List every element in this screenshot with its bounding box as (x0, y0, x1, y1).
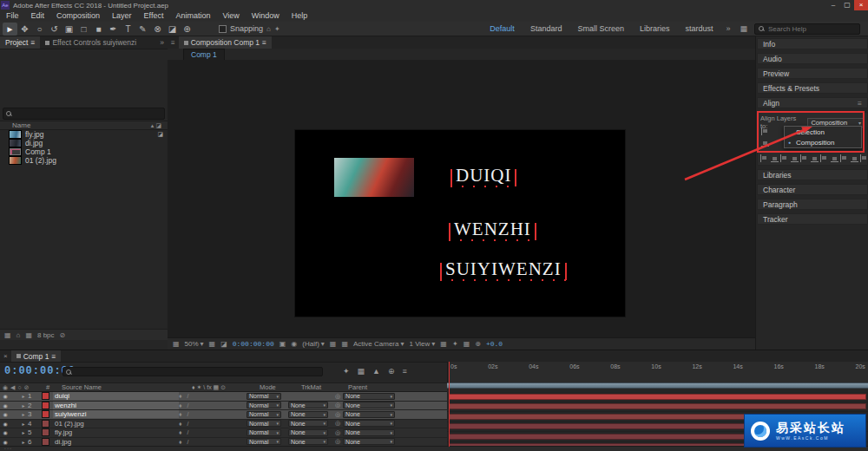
fast-previews-icon[interactable]: ✦ (452, 340, 458, 348)
new-folder-icon[interactable]: ⌂ (16, 331, 21, 339)
tab-project[interactable]: Project ≡ (0, 36, 40, 49)
pen-tool-icon[interactable]: ✒ (106, 23, 121, 36)
distribute-icon[interactable] (760, 154, 768, 162)
panel-header-audio[interactable]: Audio (757, 53, 868, 64)
magnification-select[interactable]: 50%▾ (185, 340, 204, 348)
text-layer-suiyiwenzi[interactable]: SUIYIWENZI (440, 260, 567, 281)
parent-select[interactable]: None▾ (343, 420, 395, 427)
expand-arrow-icon[interactable]: ▸ (19, 411, 28, 417)
resolution-select[interactable]: (Half)▾ (302, 340, 325, 348)
menu-window[interactable]: Window (246, 10, 286, 22)
timeline-search-input[interactable] (74, 367, 319, 376)
motion-blur-icon[interactable]: ⊕ (388, 367, 395, 376)
dropdown-option-composition[interactable]: Composition (785, 137, 861, 147)
timeline-tab-comp1[interactable]: Comp 1 ≡ (11, 350, 62, 362)
comp-mini-tab[interactable]: Comp 1 (183, 49, 225, 60)
layer-row-wenzhi[interactable]: ◉ ▸ 2 wenzhi ♦ / Normal▾ None▾ ◎None▾ (0, 402, 447, 411)
mode-select[interactable]: Normal▾ (247, 411, 281, 418)
menu-file[interactable]: File (0, 10, 25, 22)
panel-header-paragraph[interactable]: Paragraph (757, 199, 868, 210)
project-search-input[interactable] (14, 109, 161, 119)
switches-column-icons[interactable]: ♦ ✶ \ fx ▦ ⊙ (192, 384, 260, 391)
timeline-search-box[interactable] (62, 367, 323, 376)
selection-tool-icon[interactable]: ► (3, 23, 17, 36)
source-name-column[interactable]: Source Name (62, 383, 192, 391)
camera-tool-icon[interactable]: ▣ (62, 23, 76, 36)
layer-switches[interactable]: ♦ / (179, 393, 247, 399)
help-search-input[interactable] (766, 24, 856, 34)
layer-switches[interactable]: ♦ / (179, 402, 247, 409)
layer-bar-wenzhi[interactable] (449, 403, 866, 409)
menu-effect[interactable]: Effect (138, 10, 170, 22)
minimize-button[interactable]: – (826, 0, 840, 10)
snapshot-icon[interactable]: ▣ (279, 340, 286, 348)
track-row[interactable] (447, 402, 868, 413)
panel-header-info[interactable]: Info (757, 38, 868, 49)
pickwhip-icon[interactable]: ◎ (335, 420, 340, 427)
distribute-icon[interactable] (820, 154, 828, 162)
eye-icon[interactable]: ◉ (0, 402, 10, 409)
label-color-chip[interactable] (42, 392, 49, 400)
trkmat-select[interactable]: None▾ (288, 402, 328, 409)
eye-icon[interactable]: ◉ (0, 429, 10, 435)
camera-select[interactable]: Active Camera▾ (353, 340, 404, 348)
viewer-options-icon[interactable]: ▦ (173, 340, 180, 348)
label-color-chip[interactable] (42, 438, 49, 446)
graph-editor-icon[interactable]: ≡ (403, 367, 407, 376)
mode-select[interactable]: Normal▾ (247, 402, 281, 409)
panel-header-effects-presets[interactable]: Effects & Presets (757, 82, 868, 94)
tab-menu-icon[interactable]: ≡ (262, 38, 266, 47)
rotation-tool-icon[interactable]: ↺ (47, 23, 62, 36)
transparency-grid-icon[interactable]: ▦ (341, 340, 348, 348)
pan-behind-tool-icon[interactable]: □ (76, 23, 91, 36)
tab-composition[interactable]: Composition Comp 1 ≡ (179, 36, 272, 49)
text-layer-wenzhi[interactable]: WENZHI (449, 220, 536, 241)
distribute-icon[interactable] (840, 154, 848, 162)
viewer-area[interactable]: DUIQI WENZHI SUIYIWENZI (168, 60, 755, 337)
pixel-aspect-icon[interactable]: ▦ (440, 340, 447, 348)
timeline-footer-bar[interactable]: ◦ ◦ ◦ (0, 446, 868, 451)
composition-mini-flowchart-icon[interactable]: ✦ (343, 367, 350, 376)
pickwhip-icon[interactable]: ◎ (335, 411, 340, 418)
expand-arrow-icon[interactable]: ▸ (19, 421, 28, 427)
distribute-icon[interactable] (780, 154, 788, 162)
track-row[interactable] (447, 392, 868, 402)
workspace-default[interactable]: Default (483, 22, 522, 36)
trkmat-select[interactable]: None▾ (288, 438, 328, 445)
expand-arrow-icon[interactable]: ▸ (19, 429, 28, 435)
project-item-01-2[interactable]: 01 (2).jpg (0, 156, 168, 165)
draft3d-icon[interactable]: ▦ (358, 367, 365, 376)
zoom-tool-icon[interactable]: ○ (32, 23, 47, 36)
brush-tool-icon[interactable]: ✎ (135, 23, 150, 36)
trkmat-column[interactable]: TrkMat (301, 383, 348, 391)
workspace-standard[interactable]: Standard (523, 22, 569, 36)
distribute-icon[interactable] (860, 154, 868, 162)
tab-menu-icon[interactable]: ≡ (51, 352, 56, 361)
exposure-value[interactable]: +0.0 (486, 340, 503, 348)
flowchart-icon[interactable]: ⊕ (475, 340, 481, 348)
layer-switches[interactable]: ♦ / (179, 421, 247, 427)
tab-overflow-icon[interactable]: » (156, 38, 168, 47)
snapping-checkbox[interactable] (219, 25, 227, 33)
work-area-bar[interactable] (447, 382, 868, 389)
pickwhip-icon[interactable]: ◎ (335, 402, 340, 409)
label-color-chip[interactable] (42, 402, 49, 409)
label-color-chip[interactable] (42, 410, 49, 418)
timeline-jump-icon[interactable]: ▦ (464, 340, 470, 348)
close-button[interactable]: × (854, 0, 868, 10)
layer-switches[interactable]: ♦ / (179, 439, 247, 445)
panel-menu-icon[interactable]: ≡ (171, 39, 175, 47)
pickwhip-icon[interactable]: ◎ (335, 438, 340, 445)
menu-composition[interactable]: Composition (50, 10, 106, 22)
distribute-icon[interactable] (811, 154, 819, 162)
layer-switches[interactable]: ♦ / (179, 411, 247, 417)
workspace-small-screen[interactable]: Small Screen (570, 22, 631, 36)
mode-select[interactable]: Normal▾ (247, 438, 281, 445)
trkmat-select[interactable]: None▾ (288, 411, 328, 418)
clone-stamp-tool-icon[interactable]: ⊗ (150, 23, 165, 36)
text-layer-duiqi[interactable]: DUIQI (450, 167, 516, 187)
eye-icon[interactable]: ◉ (0, 421, 10, 427)
expand-arrow-icon[interactable]: ▸ (19, 393, 28, 399)
trkmat-select[interactable]: None▾ (288, 420, 328, 427)
project-bpc-label[interactable]: 8 bpc (37, 331, 55, 339)
